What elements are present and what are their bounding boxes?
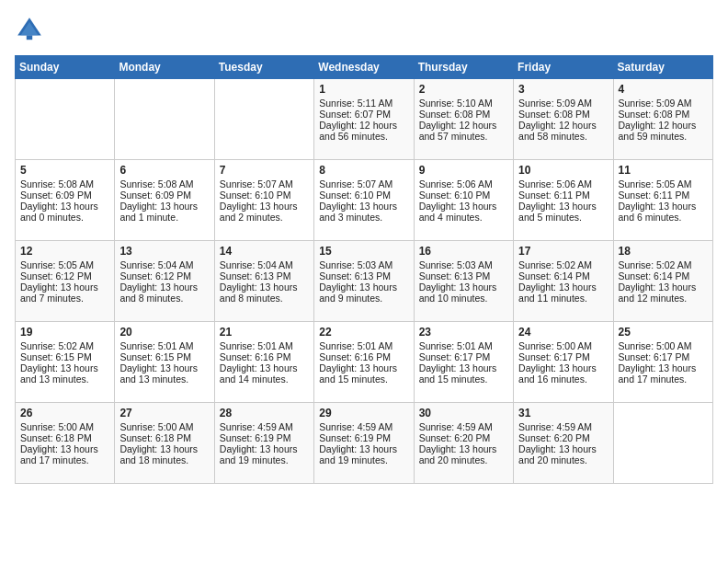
calendar-cell: 2Sunrise: 5:10 AMSunset: 6:08 PMDaylight…: [414, 79, 513, 160]
daylight-text: Daylight: 13 hours and 6 minutes.: [619, 201, 708, 223]
daylight-text: Daylight: 13 hours and 5 minutes.: [518, 201, 608, 223]
calendar-cell: 13Sunrise: 5:04 AMSunset: 6:12 PMDayligh…: [115, 241, 214, 322]
day-number: 24: [518, 326, 608, 339]
day-number: 16: [419, 245, 508, 258]
day-number: 12: [20, 245, 109, 258]
calendar-cell: 18Sunrise: 5:02 AMSunset: 6:14 PMDayligh…: [613, 241, 712, 322]
header-day-monday: Monday: [115, 56, 214, 79]
calendar-cell: 25Sunrise: 5:00 AMSunset: 6:17 PMDayligh…: [613, 322, 712, 403]
sunrise-text: Sunrise: 5:01 AM: [419, 340, 508, 351]
calendar-cell: 1Sunrise: 5:11 AMSunset: 6:07 PMDaylight…: [314, 79, 414, 160]
week-row-5: 26Sunrise: 5:00 AMSunset: 6:18 PMDayligh…: [16, 403, 713, 484]
sunset-text: Sunset: 6:10 PM: [419, 190, 508, 201]
week-row-4: 19Sunrise: 5:02 AMSunset: 6:15 PMDayligh…: [16, 322, 713, 403]
sunset-text: Sunset: 6:09 PM: [119, 190, 209, 201]
header: [15, 15, 713, 44]
sunrise-text: Sunrise: 5:06 AM: [518, 178, 608, 190]
daylight-text: Daylight: 13 hours and 19 minutes.: [319, 443, 408, 465]
sunset-text: Sunset: 6:17 PM: [518, 351, 608, 362]
daylight-text: Daylight: 13 hours and 17 minutes.: [20, 443, 109, 465]
calendar-cell: 31Sunrise: 4:59 AMSunset: 6:20 PMDayligh…: [514, 403, 613, 484]
calendar-cell: 24Sunrise: 5:00 AMSunset: 6:17 PMDayligh…: [514, 322, 613, 403]
header-row: SundayMondayTuesdayWednesdayThursdayFrid…: [16, 56, 713, 79]
calendar-cell: 22Sunrise: 5:01 AMSunset: 6:16 PMDayligh…: [314, 322, 414, 403]
sunset-text: Sunset: 6:09 PM: [20, 190, 109, 201]
sunrise-text: Sunrise: 5:06 AM: [419, 178, 508, 190]
daylight-text: Daylight: 13 hours and 10 minutes.: [419, 282, 508, 304]
sunrise-text: Sunrise: 4:59 AM: [319, 421, 408, 432]
daylight-text: Daylight: 12 hours and 57 minutes.: [419, 120, 508, 142]
sunrise-text: Sunrise: 5:08 AM: [20, 178, 109, 190]
calendar-cell: 14Sunrise: 5:04 AMSunset: 6:13 PMDayligh…: [214, 241, 313, 322]
sunrise-text: Sunrise: 4:59 AM: [419, 421, 508, 432]
calendar-cell: 12Sunrise: 5:05 AMSunset: 6:12 PMDayligh…: [16, 241, 115, 322]
calendar-cell: 30Sunrise: 4:59 AMSunset: 6:20 PMDayligh…: [414, 403, 513, 484]
daylight-text: Daylight: 13 hours and 7 minutes.: [20, 282, 109, 304]
daylight-text: Daylight: 13 hours and 13 minutes.: [119, 362, 209, 385]
day-number: 11: [619, 164, 708, 177]
week-row-1: 1Sunrise: 5:11 AMSunset: 6:07 PMDaylight…: [16, 79, 713, 160]
daylight-text: Daylight: 13 hours and 1 minute.: [119, 201, 209, 223]
sunset-text: Sunset: 6:12 PM: [20, 270, 109, 282]
daylight-text: Daylight: 13 hours and 14 minutes.: [220, 362, 309, 385]
calendar-cell: 28Sunrise: 4:59 AMSunset: 6:19 PMDayligh…: [214, 403, 313, 484]
day-number: 1: [319, 83, 408, 96]
sunrise-text: Sunrise: 4:59 AM: [518, 421, 608, 432]
sunrise-text: Sunrise: 5:09 AM: [518, 98, 608, 109]
day-number: 6: [119, 164, 209, 177]
day-number: 20: [119, 326, 209, 339]
sunrise-text: Sunrise: 5:02 AM: [20, 340, 109, 351]
day-number: 23: [419, 326, 508, 339]
day-number: 15: [319, 245, 408, 258]
sunrise-text: Sunrise: 5:04 AM: [119, 259, 209, 270]
calendar-cell: [214, 79, 313, 160]
sunrise-text: Sunrise: 5:00 AM: [119, 421, 209, 432]
day-number: 3: [518, 83, 608, 96]
sunset-text: Sunset: 6:20 PM: [419, 432, 508, 443]
sunrise-text: Sunrise: 5:07 AM: [220, 178, 309, 190]
daylight-text: Daylight: 13 hours and 15 minutes.: [419, 362, 508, 385]
logo: [15, 15, 50, 44]
svg-rect-2: [27, 35, 32, 40]
daylight-text: Daylight: 13 hours and 2 minutes.: [220, 201, 309, 223]
header-day-sunday: Sunday: [16, 56, 115, 79]
sunrise-text: Sunrise: 5:00 AM: [619, 340, 708, 351]
daylight-text: Daylight: 13 hours and 8 minutes.: [220, 282, 309, 304]
sunset-text: Sunset: 6:13 PM: [220, 270, 309, 282]
sunset-text: Sunset: 6:16 PM: [319, 351, 408, 362]
day-number: 8: [319, 164, 408, 177]
day-number: 26: [20, 407, 109, 419]
day-number: 17: [518, 245, 608, 258]
daylight-text: Daylight: 13 hours and 12 minutes.: [619, 282, 708, 304]
sunset-text: Sunset: 6:19 PM: [220, 432, 309, 443]
day-number: 9: [419, 164, 508, 177]
day-number: 29: [319, 407, 408, 419]
calendar-cell: 11Sunrise: 5:05 AMSunset: 6:11 PMDayligh…: [613, 160, 712, 241]
sunset-text: Sunset: 6:08 PM: [419, 109, 508, 120]
header-day-wednesday: Wednesday: [314, 56, 414, 79]
sunrise-text: Sunrise: 4:59 AM: [220, 421, 309, 432]
daylight-text: Daylight: 13 hours and 3 minutes.: [319, 201, 408, 223]
daylight-text: Daylight: 13 hours and 17 minutes.: [619, 362, 708, 385]
sunrise-text: Sunrise: 5:03 AM: [319, 259, 408, 270]
calendar-cell: 17Sunrise: 5:02 AMSunset: 6:14 PMDayligh…: [514, 241, 613, 322]
calendar-cell: 8Sunrise: 5:07 AMSunset: 6:10 PMDaylight…: [314, 160, 414, 241]
sunrise-text: Sunrise: 5:02 AM: [619, 259, 708, 270]
calendar-cell: 7Sunrise: 5:07 AMSunset: 6:10 PMDaylight…: [214, 160, 313, 241]
sunrise-text: Sunrise: 5:02 AM: [518, 259, 608, 270]
sunset-text: Sunset: 6:17 PM: [419, 351, 508, 362]
sunset-text: Sunset: 6:14 PM: [518, 270, 608, 282]
week-row-2: 5Sunrise: 5:08 AMSunset: 6:09 PMDaylight…: [16, 160, 713, 241]
sunset-text: Sunset: 6:10 PM: [220, 190, 309, 201]
daylight-text: Daylight: 13 hours and 8 minutes.: [119, 282, 209, 304]
calendar-cell: [613, 403, 712, 484]
daylight-text: Daylight: 13 hours and 11 minutes.: [518, 282, 608, 304]
daylight-text: Daylight: 13 hours and 15 minutes.: [319, 362, 408, 385]
calendar-cell: 3Sunrise: 5:09 AMSunset: 6:08 PMDaylight…: [514, 79, 613, 160]
day-number: 30: [419, 407, 508, 419]
daylight-text: Daylight: 12 hours and 56 minutes.: [319, 120, 408, 142]
daylight-text: Daylight: 13 hours and 9 minutes.: [319, 282, 408, 304]
sunset-text: Sunset: 6:12 PM: [119, 270, 209, 282]
sunset-text: Sunset: 6:15 PM: [20, 351, 109, 362]
sunrise-text: Sunrise: 5:09 AM: [619, 98, 708, 109]
